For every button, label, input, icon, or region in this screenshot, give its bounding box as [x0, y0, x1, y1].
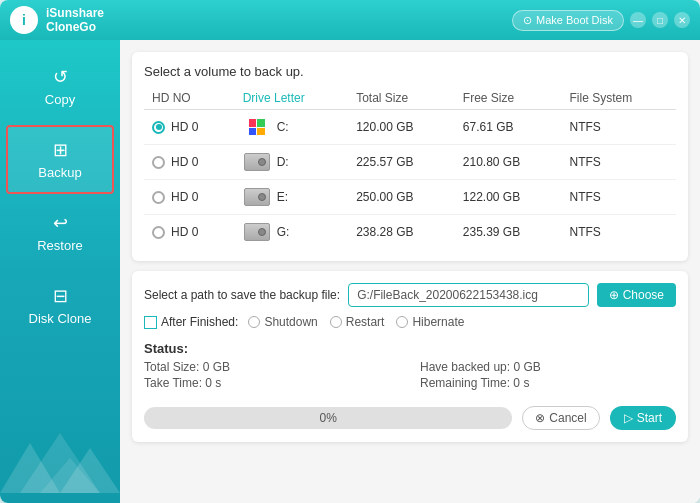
col-drive-letter: Drive Letter — [235, 87, 348, 110]
progress-text: 0% — [319, 411, 336, 425]
progress-area: 0% ⊗ Cancel ▷ Start — [144, 406, 676, 430]
copy-icon: ↺ — [53, 66, 68, 88]
backup-settings-card: Select a path to save the backup file: ⊕… — [132, 271, 688, 442]
hibernate-radio-btn — [396, 316, 408, 328]
restart-radio-btn — [330, 316, 342, 328]
drive-letter-cell: E: — [235, 180, 348, 215]
volume-card: Select a volume to back up. HD NO Drive … — [132, 52, 688, 261]
volume-card-title: Select a volume to back up. — [144, 64, 676, 79]
volume-table: HD NO Drive Letter Total Size Free Size … — [144, 87, 676, 249]
status-title: Status: — [144, 341, 676, 356]
col-free-size: Free Size — [455, 87, 562, 110]
drive-type-icon — [243, 186, 271, 208]
status-grid: Total Size: 0 GB Have backed up: 0 GB Ta… — [144, 360, 676, 390]
drive-type-icon — [243, 116, 271, 138]
drive-letter-cell: C: — [235, 110, 348, 145]
app-name: iSunshare CloneGo — [46, 6, 104, 35]
restore-icon: ↩ — [53, 212, 68, 234]
choose-button[interactable]: ⊕ Choose — [597, 283, 676, 307]
hibernate-radio[interactable]: Hibernate — [396, 315, 464, 329]
main-content: ↺ Copy ⊞ Backup ↩ Restore ⊟ Disk Clone — [0, 40, 700, 503]
hd-no-cell: HD 0 — [144, 180, 235, 215]
file-system-cell: NTFS — [562, 145, 676, 180]
path-input[interactable] — [348, 283, 589, 307]
title-bar: i iSunshare CloneGo ⊙ Make Boot Disk — □… — [0, 0, 700, 40]
free-size-cell: 235.39 GB — [455, 215, 562, 250]
free-size-cell: 210.80 GB — [455, 145, 562, 180]
maximize-button[interactable]: □ — [652, 12, 668, 28]
drive-letter-cell: D: — [235, 145, 348, 180]
right-panel: Select a volume to back up. HD NO Drive … — [120, 40, 700, 503]
total-size-cell: 120.00 GB — [348, 110, 455, 145]
hd-no-cell: HD 0 — [144, 110, 235, 145]
volume-radio[interactable] — [152, 226, 165, 239]
total-size-cell: 250.00 GB — [348, 180, 455, 215]
have-backed-status: Have backed up: 0 GB — [420, 360, 676, 374]
hd-no-cell: HD 0 — [144, 145, 235, 180]
cancel-button[interactable]: ⊗ Cancel — [522, 406, 599, 430]
plus-icon: ⊕ — [609, 288, 619, 302]
remaining-time-status: Remaining Time: 0 s — [420, 376, 676, 390]
path-label: Select a path to save the backup file: — [144, 288, 340, 302]
table-row[interactable]: HD 0D:225.57 GB210.80 GBNTFS — [144, 145, 676, 180]
after-finished-row: After Finished: Shutdown Restart — [144, 315, 676, 329]
disk-clone-icon: ⊟ — [53, 285, 68, 307]
make-boot-button[interactable]: ⊙ Make Boot Disk — [512, 10, 624, 31]
after-finished-options: Shutdown Restart Hibernate — [248, 315, 464, 329]
sidebar-item-copy[interactable]: ↺ Copy — [6, 52, 114, 121]
status-section: Status: Total Size: 0 GB Have backed up:… — [144, 337, 676, 394]
table-row[interactable]: HD 0G:238.28 GB235.39 GBNTFS — [144, 215, 676, 250]
progress-bar: 0% — [144, 407, 512, 429]
file-system-cell: NTFS — [562, 180, 676, 215]
file-system-cell: NTFS — [562, 110, 676, 145]
total-size-cell: 225.57 GB — [348, 145, 455, 180]
file-system-cell: NTFS — [562, 215, 676, 250]
hd-no-cell: HD 0 — [144, 215, 235, 250]
total-size-cell: 238.28 GB — [348, 215, 455, 250]
boot-disk-icon: ⊙ — [523, 14, 532, 27]
sidebar-decoration — [0, 342, 120, 493]
start-icon: ▷ — [624, 411, 633, 425]
drive-type-icon — [243, 151, 271, 173]
backup-icon: ⊞ — [53, 139, 68, 161]
start-button[interactable]: ▷ Start — [610, 406, 676, 430]
close-button[interactable]: ✕ — [674, 12, 690, 28]
shutdown-radio[interactable]: Shutdown — [248, 315, 317, 329]
col-file-system: File System — [562, 87, 676, 110]
path-row: Select a path to save the backup file: ⊕… — [144, 283, 676, 307]
take-time-status: Take Time: 0 s — [144, 376, 400, 390]
col-total-size: Total Size — [348, 87, 455, 110]
checkbox-box — [144, 316, 157, 329]
app-logo: i iSunshare CloneGo — [10, 6, 104, 35]
after-finished-checkbox[interactable]: After Finished: — [144, 315, 238, 329]
shutdown-radio-btn — [248, 316, 260, 328]
sidebar-item-restore[interactable]: ↩ Restore — [6, 198, 114, 267]
col-hd-no: HD NO — [144, 87, 235, 110]
free-size-cell: 122.00 GB — [455, 180, 562, 215]
table-row[interactable]: HD 0E:250.00 GB122.00 GBNTFS — [144, 180, 676, 215]
volume-radio[interactable] — [152, 191, 165, 204]
drive-letter-cell: G: — [235, 215, 348, 250]
total-size-status: Total Size: 0 GB — [144, 360, 400, 374]
sidebar: ↺ Copy ⊞ Backup ↩ Restore ⊟ Disk Clone — [0, 40, 120, 503]
cancel-icon: ⊗ — [535, 411, 545, 425]
table-row[interactable]: HD 0C:120.00 GB67.61 GBNTFS — [144, 110, 676, 145]
free-size-cell: 67.61 GB — [455, 110, 562, 145]
sidebar-item-backup[interactable]: ⊞ Backup — [6, 125, 114, 194]
logo-icon: i — [10, 6, 38, 34]
volume-radio[interactable] — [152, 156, 165, 169]
sidebar-item-disk-clone[interactable]: ⊟ Disk Clone — [6, 271, 114, 340]
title-bar-controls: ⊙ Make Boot Disk — □ ✕ — [512, 10, 690, 31]
restart-radio[interactable]: Restart — [330, 315, 385, 329]
minimize-button[interactable]: — — [630, 12, 646, 28]
drive-type-icon — [243, 221, 271, 243]
volume-radio[interactable] — [152, 121, 165, 134]
